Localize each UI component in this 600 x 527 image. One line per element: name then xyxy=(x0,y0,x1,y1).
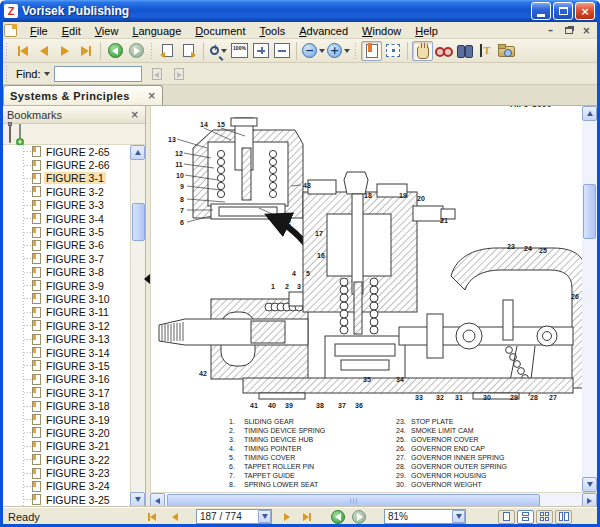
findbar-grip[interactable] xyxy=(5,66,9,82)
menu-edit[interactable]: Edit xyxy=(55,24,88,38)
status-back-button[interactable] xyxy=(331,508,345,525)
status-previous-page-button[interactable] xyxy=(172,508,178,525)
view-continuous-button[interactable] xyxy=(517,510,534,524)
bookmark-item[interactable]: FIGURE 3-17 xyxy=(3,386,130,399)
status-first-page-button[interactable] xyxy=(148,508,156,525)
bookmarks-toggle-button[interactable] xyxy=(361,41,382,61)
document-vertical-scrollbar[interactable] xyxy=(582,106,597,492)
combo-dropdown-button[interactable] xyxy=(452,510,465,523)
scrollbar-thumb[interactable] xyxy=(583,184,596,239)
minimize-button[interactable] xyxy=(531,2,551,20)
menu-window[interactable]: Window xyxy=(355,24,408,38)
zoom-in-button[interactable]: + xyxy=(326,41,351,61)
scroll-up-button[interactable] xyxy=(130,145,145,160)
page-number-combo[interactable]: 187 / 774 xyxy=(196,509,272,524)
pdf-page[interactable]: TM 9-8000 xyxy=(150,106,582,492)
find-previous-button[interactable] xyxy=(146,65,168,83)
bookmark-item[interactable]: FIGURE 3-3 xyxy=(3,199,130,212)
bookmark-item[interactable]: FIGURE 3-13 xyxy=(3,332,130,345)
menu-document[interactable]: Document xyxy=(188,24,252,38)
mdi-restore-button[interactable] xyxy=(561,24,576,37)
status-forward-button[interactable] xyxy=(352,508,366,525)
bookmark-item[interactable]: FIGURE 3-12 xyxy=(3,319,130,332)
bookmark-item[interactable]: FIGURE 3-10 xyxy=(3,292,130,305)
bookmark-item[interactable]: FIGURE 3-6 xyxy=(3,239,130,252)
bookmark-item[interactable]: FIGURE 3-11 xyxy=(3,306,130,319)
bookmark-item[interactable]: FIGURE 3-2 xyxy=(3,185,130,198)
actual-size-button[interactable]: 100% xyxy=(229,41,250,61)
menu-tools[interactable]: Tools xyxy=(252,24,292,38)
select-text-button[interactable]: T xyxy=(475,41,496,61)
view-two-up-button[interactable] xyxy=(555,510,572,524)
scroll-down-button[interactable] xyxy=(582,477,597,492)
view-facing-button[interactable] xyxy=(536,510,553,524)
bookmark-item[interactable]: FIGURE 3-16 xyxy=(3,373,130,386)
status-next-page-button[interactable] xyxy=(284,508,290,525)
last-page-button[interactable] xyxy=(75,41,96,61)
bookmark-item[interactable]: FIGURE 3-9 xyxy=(3,279,130,292)
go-back-button[interactable] xyxy=(105,41,126,61)
scrollbar-thumb[interactable] xyxy=(132,203,145,241)
toolbar-grip[interactable] xyxy=(354,43,358,59)
toolbar-grip[interactable] xyxy=(5,43,9,59)
bookmark-item[interactable]: FIGURE 3-24 xyxy=(3,480,130,493)
scroll-left-button[interactable] xyxy=(150,493,165,508)
menu-language[interactable]: Language xyxy=(125,24,188,38)
fit-width-button[interactable] xyxy=(271,41,292,61)
add-bookmark-button[interactable] xyxy=(19,125,21,143)
go-forward-button[interactable] xyxy=(126,41,147,61)
close-button[interactable]: × xyxy=(575,2,595,20)
previous-page-button[interactable] xyxy=(33,41,54,61)
tab-close-icon[interactable]: × xyxy=(148,91,156,101)
maximize-button[interactable] xyxy=(553,2,573,20)
scrollbar-thumb[interactable] xyxy=(167,494,540,507)
bookmark-item[interactable]: FIGURE 3-21 xyxy=(3,440,130,453)
bookmark-item[interactable]: FIGURE 3-20 xyxy=(3,426,130,439)
bookmark-item[interactable]: FIGURE 3-7 xyxy=(3,252,130,265)
scroll-right-button[interactable] xyxy=(582,493,597,508)
find-options-caret-icon[interactable] xyxy=(44,72,50,76)
delete-bookmark-button[interactable] xyxy=(9,125,11,143)
zoom-level-combo[interactable]: 81% xyxy=(384,509,466,524)
snapshot-button[interactable] xyxy=(496,41,517,61)
search-button[interactable] xyxy=(454,41,475,61)
full-screen-button[interactable] xyxy=(382,41,403,61)
bookmark-item[interactable]: FIGURE 3-23 xyxy=(3,466,130,479)
menu-file[interactable]: File xyxy=(23,24,55,38)
zoom-tool-button[interactable] xyxy=(208,41,229,61)
bookmark-item[interactable]: FIGURE 3-25 xyxy=(3,493,130,506)
bookmark-item[interactable]: FIGURE 3-5 xyxy=(3,225,130,238)
document-horizontal-scrollbar[interactable] xyxy=(150,492,597,507)
menu-help[interactable]: Help xyxy=(408,24,445,38)
menu-view[interactable]: View xyxy=(88,24,126,38)
bookmarks-scrollbar[interactable] xyxy=(130,145,145,507)
bookmark-item[interactable]: FIGURE 3-15 xyxy=(3,359,130,372)
bookmark-item[interactable]: FIGURE 3-18 xyxy=(3,399,130,412)
mdi-minimize-button[interactable]: – xyxy=(543,24,558,37)
first-page-button[interactable] xyxy=(12,41,33,61)
find-next-button[interactable] xyxy=(168,65,190,83)
previous-view-button[interactable] xyxy=(157,41,178,61)
bookmark-item[interactable]: FIGURE 3-19 xyxy=(3,413,130,426)
combo-dropdown-button[interactable] xyxy=(258,510,271,523)
menu-advanced[interactable]: Advanced xyxy=(292,24,355,38)
tab-systems-principles[interactable]: Systems & Principles × xyxy=(3,85,163,105)
title-bar[interactable]: Z Vorisek Publishing × xyxy=(0,0,600,22)
read-mode-button[interactable] xyxy=(433,41,454,61)
view-single-page-button[interactable] xyxy=(498,510,515,524)
scroll-up-button[interactable] xyxy=(582,106,597,121)
bookmark-item[interactable]: FIGURE 3-1 xyxy=(3,172,130,185)
hand-tool-button[interactable] xyxy=(412,41,433,61)
next-page-button[interactable] xyxy=(54,41,75,61)
fit-page-button[interactable] xyxy=(250,41,271,61)
bookmark-item[interactable]: FIGURE 2-66 xyxy=(3,158,130,171)
status-last-page-button[interactable] xyxy=(303,508,311,525)
find-input[interactable] xyxy=(54,66,142,82)
toolbar-grip[interactable] xyxy=(150,43,154,59)
mdi-close-button[interactable]: × xyxy=(579,24,594,37)
bookmark-item[interactable]: FIGURE 3-14 xyxy=(3,346,130,359)
document-page-icon[interactable] xyxy=(4,24,17,37)
bookmarks-close-icon[interactable]: × xyxy=(129,110,141,120)
zoom-out-button[interactable]: − xyxy=(301,41,326,61)
bookmark-item[interactable]: FIGURE 2-65 xyxy=(3,145,130,158)
